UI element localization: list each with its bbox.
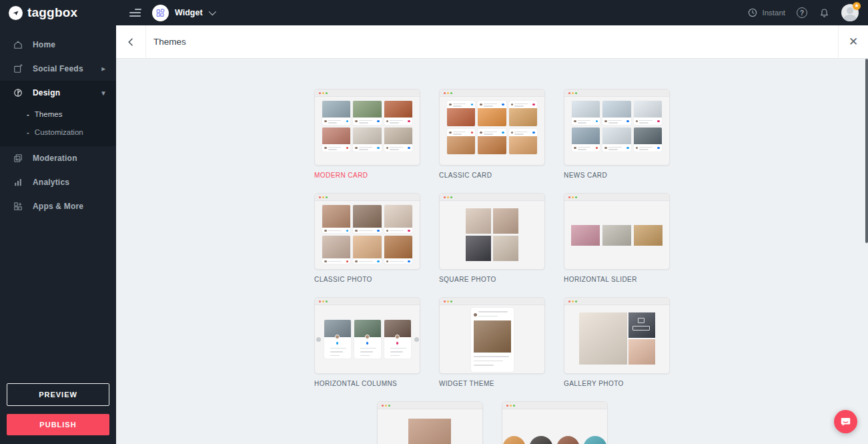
sidebar-item-design[interactable]: Design ▼ xyxy=(0,81,116,105)
theme-option-square-photo[interactable]: SQUARE PHOTO xyxy=(439,193,545,283)
theme-preview-card[interactable] xyxy=(314,297,420,374)
theme-option-classic-card[interactable]: CLASSIC CARD xyxy=(439,89,545,179)
face-photo-wrap xyxy=(378,409,482,444)
browser-chrome-bar xyxy=(564,89,669,97)
photo-placeholder xyxy=(602,128,630,144)
chevron-down-icon: ▼ xyxy=(100,89,107,97)
text-line xyxy=(608,147,622,148)
sidebar-item-customization[interactable]: - Customization xyxy=(0,123,116,141)
mini-column-card xyxy=(324,320,351,359)
theme-preview-card[interactable] xyxy=(564,89,670,166)
bell-icon[interactable] xyxy=(819,7,830,19)
theme-option-news-card[interactable]: NEWS CARD xyxy=(564,89,670,179)
theme-preview-card[interactable] xyxy=(564,193,670,270)
columns-row xyxy=(315,305,420,373)
sidebar-item-moderation[interactable]: Moderation xyxy=(0,146,116,170)
theme-preview-card[interactable] xyxy=(439,89,545,166)
theme-preview-card[interactable] xyxy=(439,297,545,374)
photo-placeholder xyxy=(634,101,662,118)
theme-preview-body xyxy=(564,201,669,269)
sidebar: taggbox Home Social Feeds ▼ xyxy=(0,0,116,444)
taggbox-logo[interactable]: taggbox xyxy=(0,0,116,25)
post-grid xyxy=(447,101,537,154)
text-lines xyxy=(354,347,381,357)
text-line xyxy=(453,105,462,107)
theme-preview-body xyxy=(315,97,420,165)
post-caption xyxy=(509,101,537,108)
author-avatar-dot xyxy=(365,335,370,339)
social-network-dot xyxy=(377,230,380,232)
social-network-dot xyxy=(336,342,339,345)
photo-placeholder xyxy=(579,312,627,365)
theme-option-partial-10[interactable] xyxy=(502,401,608,444)
browser-dot xyxy=(568,92,570,94)
author-avatar-dot xyxy=(386,147,389,150)
browser-dot xyxy=(572,196,574,198)
photo-placeholder xyxy=(353,101,381,118)
photo-placeholder xyxy=(353,128,381,144)
sidebar-item-themes[interactable]: - Themes xyxy=(0,105,116,123)
back-button[interactable] xyxy=(116,25,145,59)
theme-option-partial-9[interactable] xyxy=(377,401,483,444)
theme-preview-body xyxy=(378,409,482,444)
close-icon[interactable]: ✕ xyxy=(838,25,868,59)
chat-launcher-icon[interactable] xyxy=(834,410,857,433)
theme-option-horizontal-slider[interactable]: HORIZONTAL SLIDER xyxy=(564,193,670,283)
mini-photo-card xyxy=(384,236,412,264)
theme-preview-card[interactable] xyxy=(564,297,670,374)
text-line xyxy=(359,147,372,148)
sidebar-item-analytics[interactable]: Analytics xyxy=(0,170,116,194)
theme-preview-body xyxy=(315,201,420,269)
theme-preview-card[interactable] xyxy=(502,401,608,444)
page-header: Themes ✕ xyxy=(116,25,868,59)
theme-preview-card[interactable] xyxy=(314,89,420,166)
text-line xyxy=(474,365,494,366)
post-caption xyxy=(353,144,381,152)
star-badge-icon: ★ xyxy=(853,2,861,10)
user-avatar[interactable]: ★ xyxy=(841,4,859,21)
author-avatar-dot xyxy=(636,147,638,150)
design-icon xyxy=(12,87,23,99)
sidebar-collapse-icon[interactable] xyxy=(129,9,141,17)
text-lines xyxy=(514,103,531,107)
photo-placeholder xyxy=(322,236,350,258)
text-lines xyxy=(390,146,406,150)
theme-option-classic-photo[interactable]: CLASSIC PHOTO xyxy=(314,193,420,283)
avatar-circle-row xyxy=(502,436,607,444)
theme-option-horizontal-columns[interactable]: HORIZONTAL COLUMNS xyxy=(314,297,420,387)
text-lines xyxy=(390,120,406,124)
photo-placeholder xyxy=(384,205,412,228)
single-post-card xyxy=(471,308,514,372)
sidebar-item-social-feeds[interactable]: Social Feeds ▼ xyxy=(0,57,116,81)
overlay-button xyxy=(632,326,650,330)
theme-preview-card[interactable] xyxy=(377,401,483,444)
author-avatar-dot xyxy=(355,147,358,150)
theme-preview-card[interactable] xyxy=(439,193,545,270)
theme-option-modern-card[interactable]: MODERN CARD xyxy=(314,89,420,179)
widget-selector[interactable]: Widget xyxy=(152,5,214,21)
publish-button[interactable]: PUBLISH xyxy=(7,414,109,435)
sidebar-item-apps-more[interactable]: Apps & More xyxy=(0,194,116,218)
preview-button[interactable]: PREVIEW xyxy=(7,383,109,406)
social-network-dot xyxy=(408,120,410,123)
help-icon[interactable]: ? xyxy=(797,7,807,18)
browser-chrome-bar xyxy=(564,298,669,305)
text-line xyxy=(390,120,403,122)
social-network-dot xyxy=(377,147,380,150)
photo-placeholder xyxy=(509,136,537,154)
theme-option-widget-theme[interactable]: WIDGET THEME xyxy=(439,297,545,387)
text-line xyxy=(390,122,399,124)
post-caption xyxy=(384,118,412,125)
theme-option-gallery-photo[interactable]: GALLERY PHOTO xyxy=(564,297,670,387)
theme-preview-card[interactable] xyxy=(314,193,420,270)
theme-label: CLASSIC PHOTO xyxy=(314,276,420,283)
photo-placeholder xyxy=(509,108,537,126)
mini-post-card xyxy=(572,128,600,152)
theme-label: HORIZONTAL COLUMNS xyxy=(314,380,420,387)
sidebar-item-home[interactable]: Home xyxy=(0,33,116,57)
vertical-scrollbar[interactable] xyxy=(865,59,868,243)
instant-status[interactable]: Instant xyxy=(747,7,785,18)
chevron-right-icon: ▼ xyxy=(100,65,107,72)
browser-chrome-bar xyxy=(378,402,482,409)
social-network-dot xyxy=(471,132,474,134)
